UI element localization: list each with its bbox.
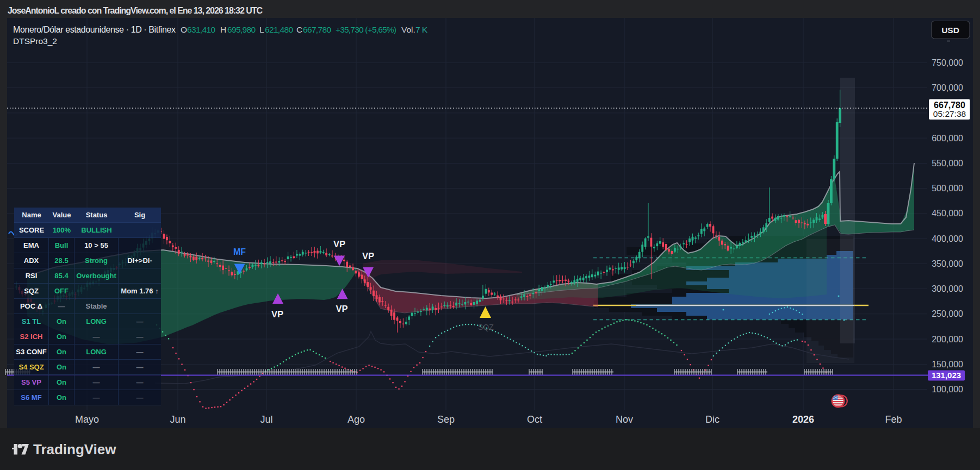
svg-text:131,023: 131,023 [932, 371, 961, 380]
svg-text:150,000: 150,000 [932, 360, 963, 369]
svg-text:Jul: Jul [260, 414, 272, 425]
svg-text:700,000: 700,000 [932, 83, 963, 92]
svg-text:SQZ: SQZ [478, 323, 494, 331]
svg-text:200,000: 200,000 [932, 335, 963, 344]
svg-text:621,480: 621,480 [265, 25, 293, 34]
svg-text:750,000: 750,000 [932, 58, 963, 67]
svg-text:2026: 2026 [792, 414, 814, 425]
svg-text:Nov: Nov [616, 414, 633, 425]
svg-text:450,000: 450,000 [932, 209, 963, 218]
svg-text:600,000: 600,000 [932, 134, 963, 143]
svg-text:695,980: 695,980 [227, 25, 256, 34]
svg-text:VP: VP [333, 239, 345, 249]
svg-text:Sep: Sep [437, 414, 455, 425]
svg-text:+35,730 (+5,65%): +35,730 (+5,65%) [336, 25, 396, 34]
svg-text:400,000: 400,000 [932, 234, 963, 243]
svg-text:350,000: 350,000 [932, 259, 963, 268]
svg-text:JoseAntonioL creado con Tradin: JoseAntonioL creado con TradingView.com,… [8, 6, 263, 15]
svg-text:Ago: Ago [348, 414, 365, 425]
svg-text:500,000: 500,000 [932, 184, 963, 193]
svg-text:L: L [259, 25, 264, 34]
svg-text:H: H [220, 25, 226, 34]
svg-text:C: C [296, 25, 302, 34]
svg-text:VP: VP [362, 251, 374, 261]
svg-text:DTSPro3_2: DTSPro3_2 [13, 36, 57, 46]
svg-text:667,780: 667,780 [303, 25, 331, 34]
svg-text:MF: MF [233, 247, 246, 256]
svg-text:Jun: Jun [170, 414, 185, 425]
svg-text:O: O [181, 25, 187, 34]
svg-text:Feb: Feb [885, 414, 902, 425]
svg-text:250,000: 250,000 [932, 309, 963, 318]
svg-text:Monero/Dólar estadounidense ·: Monero/Dólar estadounidense · 1D · Bitfi… [13, 25, 176, 34]
svg-text:VP: VP [336, 304, 348, 314]
svg-text:USD: USD [941, 26, 959, 35]
svg-text:VP: VP [271, 309, 283, 319]
svg-text:300,000: 300,000 [932, 284, 963, 293]
svg-text:100,000: 100,000 [932, 385, 963, 394]
svg-text:Dic: Dic [705, 414, 720, 425]
svg-text:631,410: 631,410 [187, 25, 215, 34]
svg-text:550,000: 550,000 [932, 159, 963, 168]
svg-text:05:27:38: 05:27:38 [933, 109, 966, 118]
svg-text:Mayo: Mayo [75, 414, 99, 425]
svg-text:Oct: Oct [527, 414, 542, 425]
svg-text:Vol.: Vol. [401, 25, 415, 34]
svg-text:TradingView: TradingView [33, 441, 116, 458]
svg-text:667,780: 667,780 [934, 101, 965, 110]
svg-text:7 K: 7 K [415, 25, 428, 34]
